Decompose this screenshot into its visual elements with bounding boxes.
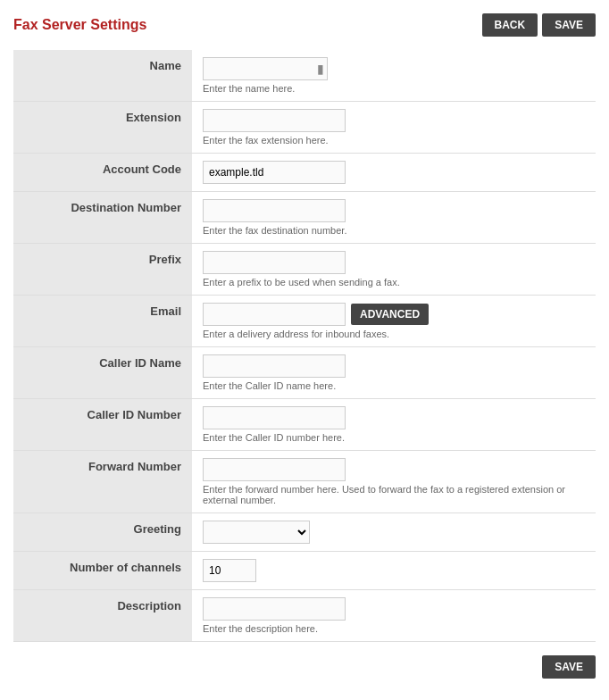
destination-number-row: Destination Number Enter the fax destina…: [13, 192, 596, 244]
prefix-input[interactable]: [203, 251, 346, 274]
account-code-label: Account Code: [13, 154, 192, 192]
extension-row: Extension Enter the fax extension here.: [13, 102, 596, 154]
name-hint: Enter the name here.: [203, 83, 585, 94]
forward-number-hint: Enter the forward number here. Used to f…: [203, 484, 585, 505]
channels-row: Number of channels: [13, 552, 596, 590]
page-header: Fax Server Settings BACK SAVE: [13, 13, 596, 37]
description-label: Description: [13, 590, 192, 642]
greeting-row: Greeting: [13, 513, 596, 552]
header-buttons: BACK SAVE: [482, 13, 596, 37]
email-row: Email ADVANCED Enter a delivery address …: [13, 296, 596, 347]
prefix-field-cell: Enter a prefix to be used when sending a…: [192, 244, 596, 296]
settings-form: Name ▮ Enter the name here. Extension En…: [13, 50, 596, 642]
extension-hint: Enter the fax extension here.: [203, 135, 585, 146]
save-button-top[interactable]: SAVE: [542, 13, 596, 37]
name-icon[interactable]: ▮: [317, 62, 324, 76]
name-label: Name: [13, 50, 192, 102]
description-hint: Enter the description here.: [203, 623, 585, 634]
name-row: Name ▮ Enter the name here.: [13, 50, 596, 102]
forward-number-row: Forward Number Enter the forward number …: [13, 451, 596, 513]
name-input[interactable]: [203, 57, 328, 80]
prefix-hint: Enter a prefix to be used when sending a…: [203, 277, 585, 288]
description-input[interactable]: [203, 597, 346, 621]
caller-id-name-label: Caller ID Name: [13, 347, 192, 399]
back-button[interactable]: BACK: [482, 13, 538, 37]
email-input[interactable]: [203, 303, 346, 326]
account-code-row: Account Code: [13, 154, 596, 192]
caller-id-number-hint: Enter the Caller ID number here.: [203, 432, 585, 443]
destination-number-label: Destination Number: [13, 192, 192, 244]
save-button-bottom[interactable]: SAVE: [542, 655, 596, 679]
caller-id-number-label: Caller ID Number: [13, 399, 192, 451]
caller-id-name-field-cell: Enter the Caller ID name here.: [192, 347, 596, 399]
extension-field-cell: Enter the fax extension here.: [192, 102, 596, 154]
forward-number-field-cell: Enter the forward number here. Used to f…: [192, 451, 596, 513]
email-input-row: ADVANCED: [203, 303, 585, 326]
forward-number-input[interactable]: [203, 458, 346, 481]
extension-label: Extension: [13, 102, 192, 154]
caller-id-name-row: Caller ID Name Enter the Caller ID name …: [13, 347, 596, 399]
channels-label: Number of channels: [13, 552, 192, 590]
advanced-button[interactable]: ADVANCED: [351, 304, 429, 325]
name-input-wrapper: ▮: [203, 57, 328, 80]
prefix-label: Prefix: [13, 244, 192, 296]
caller-id-number-field-cell: Enter the Caller ID number here.: [192, 399, 596, 451]
description-row: Description Enter the description here.: [13, 590, 596, 642]
greeting-select[interactable]: [203, 521, 310, 544]
greeting-field-cell: [192, 513, 596, 552]
description-field-cell: Enter the description here.: [192, 590, 596, 642]
destination-number-input[interactable]: [203, 199, 346, 222]
footer: SAVE: [13, 655, 596, 679]
prefix-row: Prefix Enter a prefix to be used when se…: [13, 244, 596, 296]
name-field-cell: ▮ Enter the name here.: [192, 50, 596, 102]
email-hint: Enter a delivery address for inbound fax…: [203, 329, 585, 339]
email-field-cell: ADVANCED Enter a delivery address for in…: [192, 296, 596, 347]
greeting-label: Greeting: [13, 513, 192, 552]
extension-input[interactable]: [203, 109, 346, 132]
caller-id-number-input[interactable]: [203, 406, 346, 429]
account-code-input[interactable]: [203, 161, 346, 184]
account-code-field-cell: [192, 154, 596, 192]
caller-id-name-input[interactable]: [203, 354, 346, 378]
caller-id-number-row: Caller ID Number Enter the Caller ID num…: [13, 399, 596, 451]
forward-number-label: Forward Number: [13, 451, 192, 513]
destination-number-hint: Enter the fax destination number.: [203, 225, 585, 236]
page-title: Fax Server Settings: [13, 17, 146, 33]
caller-id-name-hint: Enter the Caller ID name here.: [203, 380, 585, 391]
email-label: Email: [13, 296, 192, 347]
destination-number-field-cell: Enter the fax destination number.: [192, 192, 596, 244]
channels-field-cell: [192, 552, 596, 590]
channels-input[interactable]: [203, 559, 256, 582]
